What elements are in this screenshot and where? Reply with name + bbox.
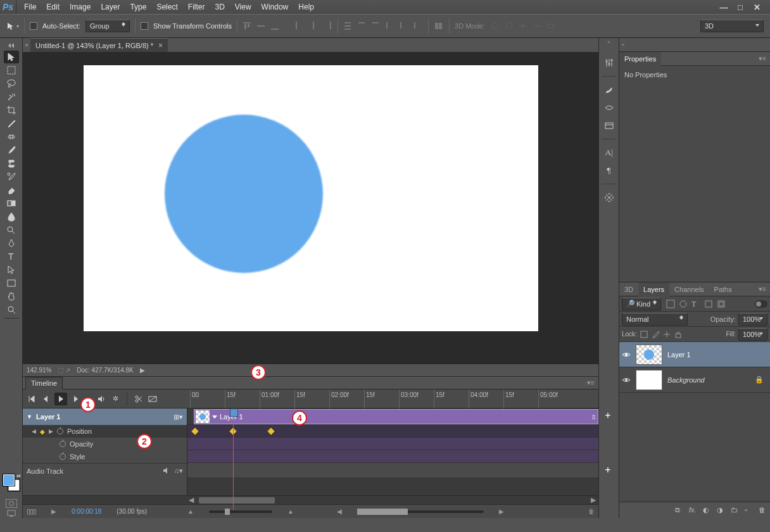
fps-label[interactable]: (30.00 fps) xyxy=(117,508,147,515)
filter-pixel-icon[interactable] xyxy=(666,300,675,308)
panel-tab-paths[interactable]: Paths xyxy=(709,282,737,296)
menu-filter[interactable]: Filter xyxy=(183,0,210,14)
menu-type[interactable]: Type xyxy=(125,0,151,14)
properties-tab[interactable]: Properties xyxy=(619,52,661,66)
distribute-left-icon[interactable] xyxy=(385,21,395,31)
filter-toggle[interactable] xyxy=(755,300,767,308)
magic-wand-tool[interactable] xyxy=(4,91,19,103)
align-bottom-icon[interactable] xyxy=(270,21,281,31)
properties-menu-icon[interactable]: ▾≡ xyxy=(755,54,770,63)
zoom-in-icon[interactable]: ▲ xyxy=(287,508,294,515)
prev-frame-button[interactable] xyxy=(41,394,51,404)
eraser-tool[interactable] xyxy=(4,184,19,196)
lock-transparent-icon[interactable] xyxy=(640,330,648,339)
timeline-layer-header[interactable]: ▼ Layer 1 ⊞▾ xyxy=(23,408,187,425)
menu-window[interactable]: Window xyxy=(256,0,294,14)
playhead[interactable] xyxy=(233,408,234,510)
tab-collapse-icon[interactable]: » xyxy=(23,38,30,52)
timeline-panel-menu-icon[interactable]: ▾≡ xyxy=(583,379,598,387)
brush-tool[interactable] xyxy=(4,144,19,156)
visibility-toggle-background[interactable] xyxy=(622,376,631,384)
zoom-tool[interactable] xyxy=(4,303,19,316)
history-brush-tool[interactable] xyxy=(4,170,19,183)
3d-pan-icon[interactable] xyxy=(518,21,528,31)
menu-3d[interactable]: 3D xyxy=(210,0,229,14)
quick-mask-icon[interactable] xyxy=(6,499,17,508)
document-tab[interactable]: Untitled-1 @ 143% (Layer 1, RGB/8) * × xyxy=(30,38,168,52)
timeline-tracks[interactable]: Layer 1 ▯ + + xyxy=(187,408,598,495)
align-hcenter-icon[interactable] xyxy=(308,21,319,31)
blend-mode-select[interactable]: Normal xyxy=(622,313,688,326)
toolbar-collapse-icon[interactable] xyxy=(8,42,15,48)
stopwatch-position-icon[interactable] xyxy=(57,428,63,434)
lock-position-icon[interactable] xyxy=(662,330,671,339)
clip-end-handle[interactable]: ▯ xyxy=(592,414,598,420)
zoom-level[interactable]: 142.91% xyxy=(27,367,51,374)
dodge-tool[interactable] xyxy=(4,224,19,236)
close-tab-icon[interactable]: × xyxy=(158,41,163,50)
type-tool[interactable]: T xyxy=(4,250,19,263)
align-vcenter-icon[interactable] xyxy=(256,21,267,31)
eyedropper-tool[interactable] xyxy=(4,117,19,130)
stopwatch-opacity-icon[interactable] xyxy=(60,441,66,447)
menu-file[interactable]: File xyxy=(19,0,41,14)
clip-expand-icon[interactable] xyxy=(212,415,217,419)
filter-smart-icon[interactable] xyxy=(717,300,726,308)
timecode[interactable]: 0:00:00:18 xyxy=(72,508,101,515)
delete-layer-icon[interactable]: 🗑 xyxy=(759,506,767,515)
filter-shape-icon[interactable] xyxy=(704,300,713,308)
timeline-prop-opacity[interactable]: Opacity xyxy=(23,438,187,450)
show-transform-checkbox[interactable] xyxy=(141,22,148,30)
menu-layer[interactable]: Layer xyxy=(96,0,125,14)
add-media-button[interactable]: + xyxy=(603,411,612,420)
align-left-icon[interactable] xyxy=(294,21,305,31)
lock-all-icon[interactable] xyxy=(674,330,683,339)
move-tool[interactable] xyxy=(4,51,19,63)
hand-tool[interactable] xyxy=(4,290,19,303)
character-panel-icon[interactable]: A| xyxy=(602,146,616,160)
auto-select-checkbox[interactable] xyxy=(30,22,37,30)
menu-edit[interactable]: Edit xyxy=(41,0,65,14)
opacity-input[interactable]: 100% xyxy=(738,313,767,326)
3d-roll-icon[interactable] xyxy=(504,21,514,31)
timeline-settings-button[interactable]: ✲ xyxy=(110,394,120,404)
fill-input[interactable]: 100% xyxy=(738,328,767,341)
audio-speaker-icon[interactable] xyxy=(163,467,170,474)
mute-audio-button[interactable] xyxy=(96,394,106,404)
blur-tool[interactable] xyxy=(4,210,19,223)
healing-brush-tool[interactable] xyxy=(4,130,19,143)
transition-button[interactable] xyxy=(148,394,158,404)
rectangle-tool[interactable] xyxy=(4,277,19,289)
delete-icon[interactable]: 🗑 xyxy=(588,508,595,515)
screen-mode-icon[interactable] xyxy=(6,509,17,518)
align-right-icon[interactable] xyxy=(322,21,332,31)
track-audio[interactable]: + xyxy=(187,463,598,478)
clone-stamp-tool[interactable] xyxy=(4,157,19,170)
distribute-right-icon[interactable] xyxy=(413,21,423,31)
lasso-tool[interactable] xyxy=(4,77,19,90)
strip-collapse-icon[interactable]: « xyxy=(607,39,610,45)
layer-mask-icon[interactable]: ◐ xyxy=(703,506,712,515)
workspace-select[interactable]: 3D xyxy=(700,20,764,32)
play-button[interactable] xyxy=(54,393,67,405)
layer-style-icon[interactable]: fx. xyxy=(689,506,698,515)
keyframe-3[interactable] xyxy=(267,428,274,434)
timeline-tab[interactable]: Timeline xyxy=(25,377,63,390)
add-audio-button[interactable]: + xyxy=(603,466,612,474)
new-layer-icon[interactable]: ▫ xyxy=(745,506,754,515)
timeline-prop-style[interactable]: Style xyxy=(23,450,187,463)
visibility-toggle-layer1[interactable] xyxy=(622,350,631,359)
crop-tool[interactable] xyxy=(4,104,19,117)
menu-image[interactable]: Image xyxy=(65,0,96,14)
3d-slide-icon[interactable] xyxy=(532,21,542,31)
keyframe-1[interactable] xyxy=(191,428,198,434)
go-to-first-frame-button[interactable] xyxy=(27,394,37,404)
brush-panel-icon[interactable] xyxy=(602,83,616,97)
layer-filter-kind[interactable]: 🔎Kind xyxy=(622,298,661,310)
adjustment-layer-icon[interactable]: ◑ xyxy=(717,506,726,515)
timeline-ruler[interactable]: 00 15f 01:00f 15f 02:00f 15f 03:00f 15f … xyxy=(187,390,598,408)
color-swatches[interactable]: ⇄ xyxy=(3,474,20,491)
minimize-button[interactable]: — xyxy=(718,3,729,11)
timeline-pan-slider[interactable] xyxy=(357,510,484,513)
filter-adjust-icon[interactable] xyxy=(679,300,688,308)
